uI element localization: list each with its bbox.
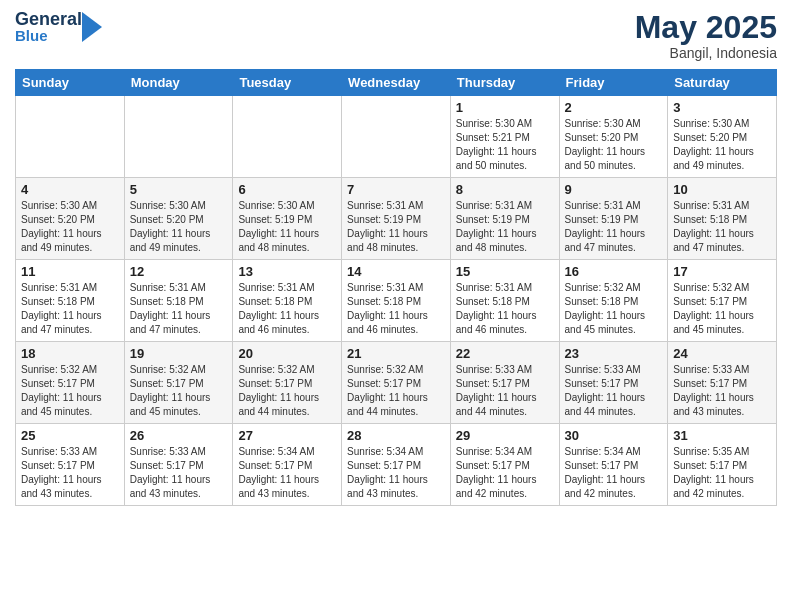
table-cell: 7Sunrise: 5:31 AM Sunset: 5:19 PM Daylig… — [342, 178, 451, 260]
day-number: 18 — [21, 346, 119, 361]
day-info: Sunrise: 5:33 AM Sunset: 5:17 PM Dayligh… — [565, 363, 663, 419]
table-cell: 22Sunrise: 5:33 AM Sunset: 5:17 PM Dayli… — [450, 342, 559, 424]
day-number: 19 — [130, 346, 228, 361]
day-number: 10 — [673, 182, 771, 197]
table-cell: 12Sunrise: 5:31 AM Sunset: 5:18 PM Dayli… — [124, 260, 233, 342]
day-number: 2 — [565, 100, 663, 115]
table-cell: 18Sunrise: 5:32 AM Sunset: 5:17 PM Dayli… — [16, 342, 125, 424]
table-cell: 29Sunrise: 5:34 AM Sunset: 5:17 PM Dayli… — [450, 424, 559, 506]
table-cell: 30Sunrise: 5:34 AM Sunset: 5:17 PM Dayli… — [559, 424, 668, 506]
week-row-1: 1Sunrise: 5:30 AM Sunset: 5:21 PM Daylig… — [16, 96, 777, 178]
day-info: Sunrise: 5:33 AM Sunset: 5:17 PM Dayligh… — [130, 445, 228, 501]
table-cell — [342, 96, 451, 178]
header-tuesday: Tuesday — [233, 70, 342, 96]
logo-arrow-icon — [82, 12, 102, 42]
day-number: 27 — [238, 428, 336, 443]
table-cell: 15Sunrise: 5:31 AM Sunset: 5:18 PM Dayli… — [450, 260, 559, 342]
table-cell: 27Sunrise: 5:34 AM Sunset: 5:17 PM Dayli… — [233, 424, 342, 506]
svg-marker-0 — [82, 12, 102, 42]
day-info: Sunrise: 5:34 AM Sunset: 5:17 PM Dayligh… — [347, 445, 445, 501]
day-info: Sunrise: 5:32 AM Sunset: 5:18 PM Dayligh… — [565, 281, 663, 337]
table-cell: 21Sunrise: 5:32 AM Sunset: 5:17 PM Dayli… — [342, 342, 451, 424]
day-number: 14 — [347, 264, 445, 279]
table-cell: 19Sunrise: 5:32 AM Sunset: 5:17 PM Dayli… — [124, 342, 233, 424]
day-info: Sunrise: 5:30 AM Sunset: 5:20 PM Dayligh… — [130, 199, 228, 255]
day-number: 17 — [673, 264, 771, 279]
day-info: Sunrise: 5:30 AM Sunset: 5:21 PM Dayligh… — [456, 117, 554, 173]
location: Bangil, Indonesia — [635, 45, 777, 61]
table-cell: 26Sunrise: 5:33 AM Sunset: 5:17 PM Dayli… — [124, 424, 233, 506]
day-number: 1 — [456, 100, 554, 115]
day-info: Sunrise: 5:31 AM Sunset: 5:18 PM Dayligh… — [130, 281, 228, 337]
table-cell: 23Sunrise: 5:33 AM Sunset: 5:17 PM Dayli… — [559, 342, 668, 424]
day-number: 16 — [565, 264, 663, 279]
logo-blue: Blue — [15, 28, 82, 43]
day-info: Sunrise: 5:30 AM Sunset: 5:20 PM Dayligh… — [565, 117, 663, 173]
day-number: 5 — [130, 182, 228, 197]
table-cell: 13Sunrise: 5:31 AM Sunset: 5:18 PM Dayli… — [233, 260, 342, 342]
day-number: 30 — [565, 428, 663, 443]
day-number: 25 — [21, 428, 119, 443]
day-info: Sunrise: 5:32 AM Sunset: 5:17 PM Dayligh… — [238, 363, 336, 419]
day-number: 29 — [456, 428, 554, 443]
calendar-table: SundayMondayTuesdayWednesdayThursdayFrid… — [15, 69, 777, 506]
day-info: Sunrise: 5:34 AM Sunset: 5:17 PM Dayligh… — [456, 445, 554, 501]
day-number: 6 — [238, 182, 336, 197]
day-info: Sunrise: 5:31 AM Sunset: 5:18 PM Dayligh… — [456, 281, 554, 337]
table-cell: 8Sunrise: 5:31 AM Sunset: 5:19 PM Daylig… — [450, 178, 559, 260]
table-cell: 24Sunrise: 5:33 AM Sunset: 5:17 PM Dayli… — [668, 342, 777, 424]
day-info: Sunrise: 5:30 AM Sunset: 5:19 PM Dayligh… — [238, 199, 336, 255]
day-number: 9 — [565, 182, 663, 197]
day-number: 21 — [347, 346, 445, 361]
table-cell: 1Sunrise: 5:30 AM Sunset: 5:21 PM Daylig… — [450, 96, 559, 178]
day-info: Sunrise: 5:33 AM Sunset: 5:17 PM Dayligh… — [673, 363, 771, 419]
page-container: General Blue May 2025 Bangil, Indonesia … — [0, 0, 792, 516]
header-thursday: Thursday — [450, 70, 559, 96]
table-cell: 4Sunrise: 5:30 AM Sunset: 5:20 PM Daylig… — [16, 178, 125, 260]
day-info: Sunrise: 5:33 AM Sunset: 5:17 PM Dayligh… — [21, 445, 119, 501]
day-number: 28 — [347, 428, 445, 443]
day-number: 23 — [565, 346, 663, 361]
table-cell — [233, 96, 342, 178]
table-cell: 11Sunrise: 5:31 AM Sunset: 5:18 PM Dayli… — [16, 260, 125, 342]
table-cell: 14Sunrise: 5:31 AM Sunset: 5:18 PM Dayli… — [342, 260, 451, 342]
day-number: 31 — [673, 428, 771, 443]
header: General Blue May 2025 Bangil, Indonesia — [15, 10, 777, 61]
table-cell: 16Sunrise: 5:32 AM Sunset: 5:18 PM Dayli… — [559, 260, 668, 342]
day-number: 11 — [21, 264, 119, 279]
table-cell: 9Sunrise: 5:31 AM Sunset: 5:19 PM Daylig… — [559, 178, 668, 260]
header-wednesday: Wednesday — [342, 70, 451, 96]
day-number: 13 — [238, 264, 336, 279]
day-number: 22 — [456, 346, 554, 361]
table-cell: 25Sunrise: 5:33 AM Sunset: 5:17 PM Dayli… — [16, 424, 125, 506]
day-number: 12 — [130, 264, 228, 279]
logo: General Blue — [15, 10, 102, 43]
week-row-5: 25Sunrise: 5:33 AM Sunset: 5:17 PM Dayli… — [16, 424, 777, 506]
header-sunday: Sunday — [16, 70, 125, 96]
header-row: SundayMondayTuesdayWednesdayThursdayFrid… — [16, 70, 777, 96]
day-info: Sunrise: 5:33 AM Sunset: 5:17 PM Dayligh… — [456, 363, 554, 419]
table-cell: 5Sunrise: 5:30 AM Sunset: 5:20 PM Daylig… — [124, 178, 233, 260]
day-number: 8 — [456, 182, 554, 197]
day-info: Sunrise: 5:32 AM Sunset: 5:17 PM Dayligh… — [673, 281, 771, 337]
day-number: 4 — [21, 182, 119, 197]
day-info: Sunrise: 5:30 AM Sunset: 5:20 PM Dayligh… — [21, 199, 119, 255]
logo-general: General — [15, 10, 82, 28]
week-row-4: 18Sunrise: 5:32 AM Sunset: 5:17 PM Dayli… — [16, 342, 777, 424]
day-info: Sunrise: 5:32 AM Sunset: 5:17 PM Dayligh… — [347, 363, 445, 419]
day-info: Sunrise: 5:30 AM Sunset: 5:20 PM Dayligh… — [673, 117, 771, 173]
day-number: 15 — [456, 264, 554, 279]
table-cell: 31Sunrise: 5:35 AM Sunset: 5:17 PM Dayli… — [668, 424, 777, 506]
month-title: May 2025 — [635, 10, 777, 45]
day-info: Sunrise: 5:31 AM Sunset: 5:18 PM Dayligh… — [347, 281, 445, 337]
day-info: Sunrise: 5:31 AM Sunset: 5:19 PM Dayligh… — [565, 199, 663, 255]
header-saturday: Saturday — [668, 70, 777, 96]
week-row-3: 11Sunrise: 5:31 AM Sunset: 5:18 PM Dayli… — [16, 260, 777, 342]
table-cell: 10Sunrise: 5:31 AM Sunset: 5:18 PM Dayli… — [668, 178, 777, 260]
day-info: Sunrise: 5:32 AM Sunset: 5:17 PM Dayligh… — [21, 363, 119, 419]
day-number: 26 — [130, 428, 228, 443]
day-number: 7 — [347, 182, 445, 197]
day-info: Sunrise: 5:31 AM Sunset: 5:18 PM Dayligh… — [673, 199, 771, 255]
day-info: Sunrise: 5:31 AM Sunset: 5:18 PM Dayligh… — [238, 281, 336, 337]
header-monday: Monday — [124, 70, 233, 96]
